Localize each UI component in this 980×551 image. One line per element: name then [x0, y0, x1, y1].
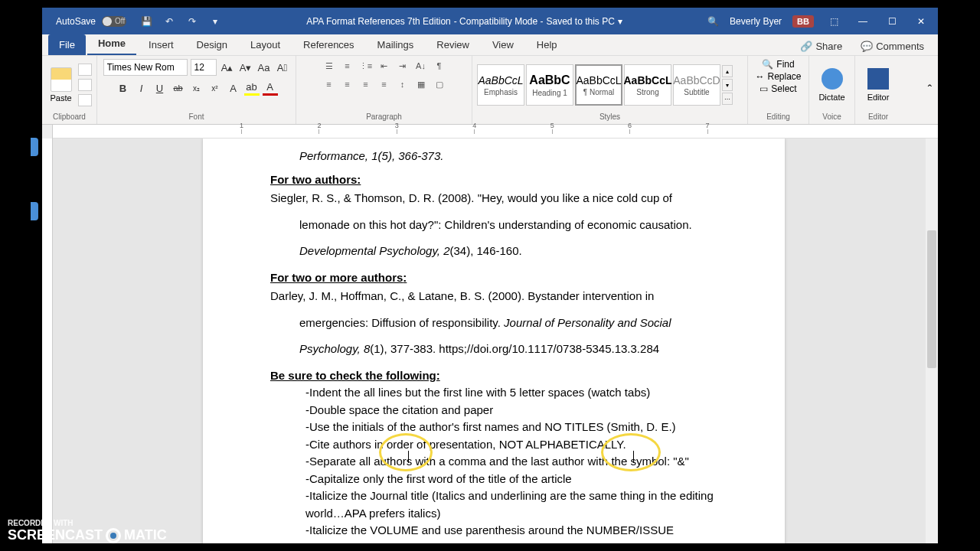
comments-button[interactable]: 💬 Comments — [853, 37, 932, 55]
tab-view[interactable]: View — [482, 34, 524, 55]
text-line: emergencies: Diffusion of responsibility… — [270, 315, 717, 332]
user-name: Beverly Byer — [730, 16, 782, 27]
select-button[interactable]: ▭ Select — [760, 83, 796, 94]
text-line: Performance, 1(5), 366-373. — [299, 149, 443, 162]
search-icon[interactable]: 🔍 — [707, 16, 719, 27]
bullets-icon[interactable]: ☰ — [322, 59, 337, 73]
user-badge[interactable]: BB — [792, 15, 814, 28]
titlebar: AutoSave Off 💾 ↶ ↷ ▾ APA Format Referenc… — [42, 8, 938, 34]
text-line: Developmental Psychology, 2(34), 146-160… — [270, 243, 717, 260]
align-left-icon[interactable]: ≡ — [322, 77, 337, 91]
editor-button[interactable]: Editor — [860, 65, 897, 105]
text-effects-icon[interactable]: A — [226, 80, 241, 96]
show-marks-icon[interactable]: ¶ — [432, 59, 447, 73]
style-normal[interactable]: AaBbCcL ¶ Normal — [575, 64, 622, 106]
minimize-button[interactable]: — — [854, 12, 872, 31]
autosave-label: AutoSave — [56, 16, 96, 27]
shrink-font-icon[interactable]: A▾ — [238, 60, 253, 75]
grow-font-icon[interactable]: A▴ — [220, 60, 235, 75]
text-line: Psychology, 8(1), 377-383. https;//doi.o… — [270, 341, 717, 358]
tab-review[interactable]: Review — [426, 34, 480, 55]
find-button[interactable]: 🔍 Find — [762, 59, 794, 70]
tab-mailings[interactable]: Mailings — [367, 34, 425, 55]
align-center-icon[interactable]: ≡ — [340, 77, 355, 91]
tab-insert[interactable]: Insert — [138, 34, 185, 55]
list-item: -Use the initials of the author's first … — [270, 419, 717, 436]
menu-tabs: File Home Insert Design Layout Reference… — [42, 34, 938, 56]
qat-more-icon[interactable]: ▾ — [209, 15, 221, 28]
vertical-ruler[interactable] — [42, 139, 53, 543]
decrease-indent-icon[interactable]: ⇤ — [377, 59, 392, 73]
text-line: lemonade on this hot day?": Children's u… — [270, 217, 717, 234]
sort-icon[interactable]: A↓ — [413, 59, 429, 73]
side-tab-2[interactable] — [31, 202, 38, 220]
superscript-button[interactable]: x² — [207, 80, 223, 96]
clear-format-icon[interactable]: A⃠ — [275, 60, 290, 75]
replace-button[interactable]: ↔ Replace — [755, 71, 801, 82]
strike-button[interactable]: ab — [171, 80, 186, 96]
tab-layout[interactable]: Layout — [240, 34, 291, 55]
borders-icon[interactable]: ▢ — [432, 77, 447, 91]
styles-down-icon[interactable]: ▾ — [722, 79, 733, 91]
close-button[interactable]: ✕ — [912, 12, 930, 31]
format-painter-icon[interactable] — [78, 94, 92, 106]
doc-mode: - Compatibility Mode - — [454, 16, 544, 27]
change-case-icon[interactable]: Aa — [256, 60, 272, 75]
highlight-button[interactable]: ab — [244, 80, 260, 96]
list-item: -Indent the all lines but the first line… — [270, 384, 717, 402]
text-cursor-icon — [408, 451, 409, 463]
tab-file[interactable]: File — [48, 34, 86, 55]
dictate-button[interactable]: Dictate — [814, 65, 850, 105]
scroll-thumb[interactable] — [927, 230, 936, 368]
ribbon-display-icon[interactable]: ⬚ — [825, 12, 843, 31]
page[interactable]: Performance, 1(5), 366-373. For two auth… — [203, 139, 785, 543]
increase-indent-icon[interactable]: ⇥ — [395, 59, 410, 73]
font-size-select[interactable] — [191, 59, 217, 76]
ruler[interactable]: 1234567 — [42, 125, 938, 139]
title-dropdown-icon[interactable]: ▾ — [618, 16, 622, 27]
heading-check: Be sure to check the following: — [270, 367, 717, 385]
numbering-icon[interactable]: ≡ — [340, 59, 355, 73]
document-area: Performance, 1(5), 366-373. For two auth… — [42, 139, 938, 543]
tab-references[interactable]: References — [292, 34, 364, 55]
autosave-toggle[interactable]: Off — [102, 16, 126, 27]
cut-icon[interactable] — [78, 64, 92, 76]
style-heading1[interactable]: AaBbC Heading 1 — [526, 64, 573, 106]
redo-icon[interactable]: ↷ — [186, 15, 198, 28]
font-color-button[interactable]: A — [263, 80, 278, 96]
maximize-button[interactable]: ☐ — [883, 12, 901, 31]
style-strong[interactable]: AaBbCcL Strong — [624, 64, 671, 106]
doc-saved: Saved to this PC — [546, 16, 614, 27]
text-line: Siegler, R. S., & Thomson, D. R. (2008).… — [270, 190, 717, 207]
undo-icon[interactable]: ↶ — [163, 15, 175, 28]
italic-button[interactable]: I — [134, 80, 149, 96]
side-tab-1[interactable] — [31, 138, 38, 156]
multilevel-icon[interactable]: ⋮≡ — [358, 59, 374, 73]
justify-icon[interactable]: ≡ — [377, 77, 392, 91]
align-right-icon[interactable]: ≡ — [358, 77, 374, 91]
paste-button[interactable]: Paste — [47, 67, 75, 103]
tab-home[interactable]: Home — [87, 33, 136, 55]
tab-help[interactable]: Help — [526, 34, 568, 55]
line-spacing-icon[interactable]: ↕ — [395, 77, 410, 91]
shading-icon[interactable]: ▦ — [413, 77, 429, 91]
paragraph-label: Paragraph — [301, 111, 467, 122]
style-subtitle[interactable]: AaBbCcD Subtitle — [673, 64, 720, 106]
subscript-button[interactable]: x₂ — [189, 80, 204, 96]
bold-button[interactable]: B — [116, 80, 131, 96]
list-item: -Italicize the Journal title (Italics an… — [270, 487, 717, 522]
list-item: -Double space the citation and paper — [270, 402, 717, 419]
save-icon[interactable]: 💾 — [140, 15, 152, 28]
doc-title: APA Format References 7th Edition — [306, 16, 451, 27]
font-name-select[interactable] — [103, 59, 188, 76]
vertical-scrollbar[interactable] — [926, 139, 938, 543]
style-emphasis[interactable]: AaBbCcL Emphasis — [477, 64, 524, 106]
share-button[interactable]: 🔗 Share — [792, 37, 850, 55]
voice-label: Voice — [814, 111, 850, 122]
underline-button[interactable]: U — [152, 80, 168, 96]
styles-more-icon[interactable]: ⋯ — [722, 93, 733, 105]
copy-icon[interactable] — [78, 79, 92, 91]
styles-up-icon[interactable]: ▴ — [722, 65, 733, 77]
tab-design[interactable]: Design — [186, 34, 238, 55]
collapse-ribbon-icon[interactable]: ˆ — [922, 56, 938, 124]
